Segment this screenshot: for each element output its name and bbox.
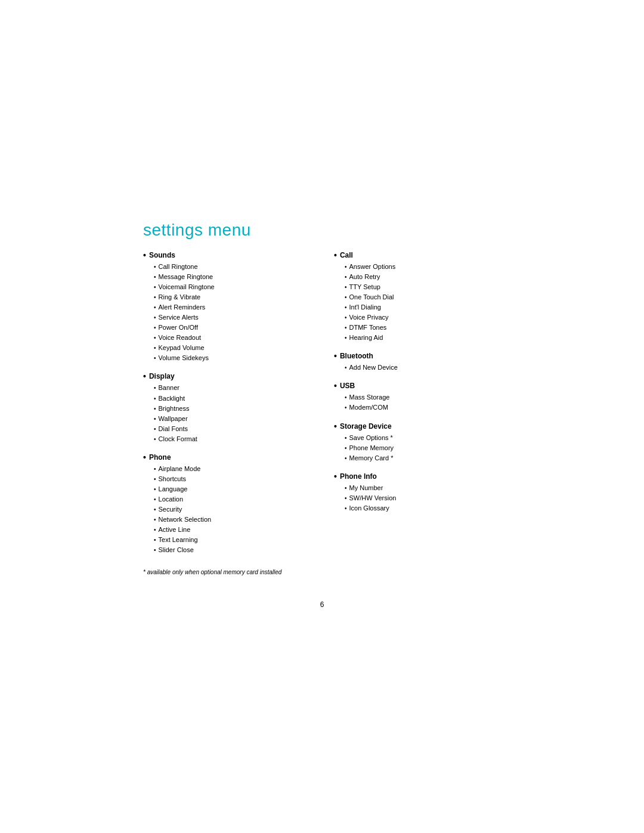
list-item: My Number [345,483,501,493]
list-item: Int'l Dialing [345,302,501,312]
list-item: Text Learning [154,535,310,545]
list-item: Modem/COM [345,402,501,413]
menu-section: PhoneAirplane ModeShortcutsLanguageLocat… [143,453,310,555]
list-item: Memory Card * [345,453,501,463]
list-item: Icon Glossary [345,503,501,513]
menu-section: BluetoothAdd New Device [334,351,501,373]
list-item: Clock Format [154,434,310,444]
list-item: Airplane Mode [154,464,310,474]
list-item: Add New Device [345,363,501,373]
sub-list: Airplane ModeShortcutsLanguageLocationSe… [143,464,310,555]
section-header: Display [143,371,310,381]
right-column: CallAnswer OptionsAuto RetryTTY SetupOne… [334,250,501,522]
sub-list: BannerBacklightBrightnessWallpaperDial F… [143,383,310,444]
list-item: Security [154,504,310,515]
content-area: settings menu SoundsCall RingtoneMessage… [131,221,513,609]
list-item: Phone Memory [345,443,501,453]
list-item: DTMF Tones [345,323,501,333]
list-item: Alert Reminders [154,302,310,312]
list-item: Slider Close [154,545,310,555]
list-item: Shortcuts [154,474,310,484]
left-column: SoundsCall RingtoneMessage RingtoneVoice… [143,250,310,563]
list-item: Wallpaper [154,414,310,424]
section-header: Bluetooth [334,351,501,361]
footnote: * available only when optional memory ca… [143,568,501,577]
list-item: Active Line [154,525,310,535]
list-item: Location [154,494,310,504]
sub-list: Save Options *Phone MemoryMemory Card * [334,433,501,463]
list-item: Language [154,484,310,494]
sub-list: Add New Device [334,363,501,373]
section-header: Phone [143,453,310,462]
menu-section: CallAnswer OptionsAuto RetryTTY SetupOne… [334,250,501,343]
list-item: Backlight [154,394,310,404]
list-item: Volume Sidekeys [154,353,310,363]
list-item: TTY Setup [345,282,501,292]
menu-section: Phone InfoMy NumberSW/HW VersionIcon Glo… [334,472,501,513]
section-header: Call [334,250,501,260]
list-item: Banner [154,383,310,393]
section-header: Sounds [143,250,310,260]
section-header: USB [334,381,501,391]
list-item: Mass Storage [345,392,501,402]
sub-list: My NumberSW/HW VersionIcon Glossary [334,483,501,513]
menu-section: DisplayBannerBacklightBrightnessWallpape… [143,371,310,444]
list-item: One Touch Dial [345,292,501,302]
list-item: Ring & Vibrate [154,292,310,302]
menu-section: USBMass StorageModem/COM [334,381,501,413]
menu-section: Storage DeviceSave Options *Phone Memory… [334,422,501,463]
menu-section: SoundsCall RingtoneMessage RingtoneVoice… [143,250,310,363]
list-item: Auto Retry [345,272,501,282]
section-header: Storage Device [334,422,501,431]
sub-list: Call RingtoneMessage RingtoneVoicemail R… [143,262,310,363]
list-item: Network Selection [154,515,310,525]
list-item: Hearing Aid [345,333,501,343]
page-container: settings menu SoundsCall RingtoneMessage… [0,0,644,833]
list-item: Service Alerts [154,312,310,323]
sub-list: Answer OptionsAuto RetryTTY SetupOne Tou… [334,262,501,343]
page-number: 6 [143,600,501,609]
list-item: Call Ringtone [154,262,310,272]
list-item: Message Ringtone [154,272,310,282]
menu-columns: SoundsCall RingtoneMessage RingtoneVoice… [143,250,501,563]
list-item: Brightness [154,404,310,414]
sub-list: Mass StorageModem/COM [334,392,501,413]
list-item: Keypad Volume [154,343,310,353]
list-item: Save Options * [345,433,501,443]
list-item: Voice Privacy [345,312,501,323]
list-item: Answer Options [345,262,501,272]
list-item: SW/HW Version [345,493,501,503]
list-item: Dial Fonts [154,424,310,434]
list-item: Voicemail Ringtone [154,282,310,292]
list-item: Voice Readout [154,333,310,343]
list-item: Power On/Off [154,323,310,333]
page-title: settings menu [143,221,501,240]
section-header: Phone Info [334,472,501,481]
